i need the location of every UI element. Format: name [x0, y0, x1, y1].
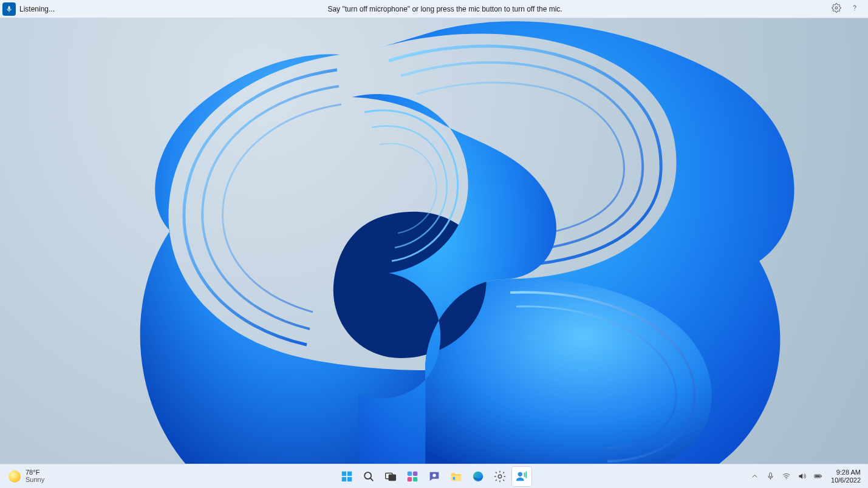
desktop[interactable] [0, 18, 868, 464]
svg-rect-5 [347, 476, 351, 481]
clock-button[interactable]: 9:28 AM 10/6/2022 [829, 469, 861, 483]
tray-wifi-button[interactable] [781, 472, 791, 481]
svg-rect-2 [341, 471, 346, 475]
tray-volume-button[interactable] [797, 472, 807, 481]
settings-button[interactable] [490, 467, 510, 486]
svg-rect-4 [341, 476, 346, 481]
svg-point-1 [854, 10, 855, 10]
svg-rect-3 [347, 471, 351, 475]
weather-widget[interactable]: 78°F Sunny [0, 469, 44, 483]
svg-rect-20 [524, 472, 525, 476]
svg-point-14 [432, 473, 436, 477]
weather-temperature: 78°F [26, 469, 44, 476]
svg-point-18 [498, 475, 502, 478]
svg-rect-9 [389, 475, 395, 480]
svg-point-6 [364, 472, 371, 479]
edge-button[interactable] [468, 467, 488, 486]
windows-logo-icon [340, 470, 354, 483]
svg-line-7 [370, 478, 373, 481]
battery-icon [813, 472, 822, 481]
svg-rect-25 [821, 475, 821, 477]
microphone-button[interactable] [2, 2, 16, 16]
tray-overflow-button[interactable] [750, 472, 759, 481]
voice-access-hint: Say "turn off microphone" or long press … [67, 5, 823, 13]
microphone-icon [766, 472, 775, 481]
taskbar-center [337, 467, 531, 486]
chat-icon [428, 470, 441, 483]
wallpaper-bloom [0, 18, 868, 464]
svg-rect-21 [525, 471, 527, 478]
svg-point-17 [473, 471, 483, 481]
clock-time: 9:28 AM [836, 469, 861, 476]
chevron-up-icon [750, 472, 759, 481]
svg-rect-10 [407, 471, 411, 475]
widgets-button[interactable] [403, 467, 422, 486]
chat-button[interactable] [425, 467, 444, 486]
search-icon [362, 470, 375, 483]
task-view-icon [384, 470, 397, 483]
svg-rect-12 [407, 476, 411, 481]
tray-battery-button[interactable] [813, 472, 822, 481]
taskbar: 78°F Sunny [0, 464, 868, 488]
svg-point-19 [518, 472, 522, 476]
start-button[interactable] [337, 467, 357, 486]
task-view-button[interactable] [381, 467, 400, 486]
weather-condition: Sunny [26, 476, 44, 484]
folder-icon [449, 470, 463, 483]
search-button[interactable] [359, 467, 378, 486]
gear-icon [832, 3, 841, 13]
svg-rect-13 [412, 476, 417, 481]
gear-icon [493, 470, 507, 483]
svg-point-23 [785, 478, 786, 479]
tray-microphone-button[interactable] [765, 472, 775, 481]
svg-rect-11 [412, 471, 417, 475]
svg-rect-22 [769, 473, 771, 477]
voice-access-help-button[interactable] [850, 3, 859, 15]
edge-icon [471, 470, 485, 483]
voice-access-app-icon [515, 470, 528, 483]
svg-rect-26 [815, 475, 820, 477]
speaker-icon [798, 472, 807, 481]
voice-access-status: Listening... [19, 5, 67, 13]
svg-point-0 [835, 7, 838, 9]
voice-access-settings-button[interactable] [832, 3, 841, 15]
sun-icon [9, 470, 21, 483]
file-explorer-button[interactable] [446, 467, 466, 486]
widgets-icon [406, 470, 419, 483]
voice-access-bar: Listening... Say "turn off microphone" o… [0, 0, 868, 18]
wifi-icon [782, 472, 791, 481]
system-tray: 9:28 AM 10/6/2022 [750, 469, 868, 483]
clock-date: 10/6/2022 [831, 476, 861, 484]
svg-rect-16 [453, 476, 455, 480]
help-icon [850, 3, 859, 13]
svg-rect-15 [451, 475, 461, 481]
voice-access-button[interactable] [512, 467, 531, 486]
microphone-icon [5, 5, 13, 13]
